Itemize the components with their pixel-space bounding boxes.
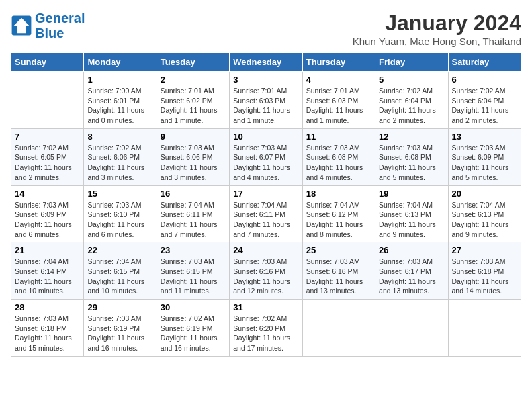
calendar-cell: 21Sunrise: 7:04 AM Sunset: 6:14 PM Dayli… — [11, 242, 84, 300]
calendar-cell — [375, 300, 448, 357]
calendar-cell: 27Sunrise: 7:03 AM Sunset: 6:18 PM Dayli… — [448, 242, 521, 300]
day-info: Sunrise: 7:01 AM Sunset: 6:02 PM Dayligh… — [161, 86, 226, 126]
calendar-cell: 16Sunrise: 7:04 AM Sunset: 6:11 PM Dayli… — [157, 185, 229, 242]
day-number: 27 — [452, 245, 517, 255]
day-number: 29 — [87, 302, 152, 312]
day-number: 17 — [233, 189, 298, 199]
col-header-thursday: Thursday — [302, 53, 375, 72]
day-info: Sunrise: 7:04 AM Sunset: 6:15 PM Dayligh… — [87, 257, 152, 296]
calendar-cell: 5Sunrise: 7:02 AM Sunset: 6:04 PM Daylig… — [375, 72, 448, 129]
calendar-cell: 1Sunrise: 7:00 AM Sunset: 6:01 PM Daylig… — [84, 72, 157, 129]
month-title: January 2024 — [353, 11, 521, 36]
day-number: 2 — [161, 75, 226, 85]
day-number: 24 — [233, 245, 298, 255]
calendar-cell: 12Sunrise: 7:03 AM Sunset: 6:08 PM Dayli… — [375, 128, 448, 185]
calendar-cell: 7Sunrise: 7:02 AM Sunset: 6:05 PM Daylig… — [11, 128, 84, 185]
day-info: Sunrise: 7:02 AM Sunset: 6:04 PM Dayligh… — [379, 86, 444, 126]
col-header-saturday: Saturday — [448, 53, 521, 72]
calendar-cell: 6Sunrise: 7:02 AM Sunset: 6:04 PM Daylig… — [448, 72, 521, 129]
day-number: 11 — [306, 132, 371, 142]
day-info: Sunrise: 7:04 AM Sunset: 6:13 PM Dayligh… — [452, 200, 517, 240]
day-info: Sunrise: 7:04 AM Sunset: 6:11 PM Dayligh… — [233, 200, 298, 240]
day-number: 7 — [15, 132, 80, 142]
logo-line1: General — [35, 11, 85, 26]
calendar-week-3: 14Sunrise: 7:03 AM Sunset: 6:09 PM Dayli… — [11, 185, 521, 242]
day-number: 23 — [161, 245, 226, 255]
day-info: Sunrise: 7:02 AM Sunset: 6:06 PM Dayligh… — [87, 143, 152, 183]
calendar-cell: 25Sunrise: 7:03 AM Sunset: 6:16 PM Dayli… — [302, 242, 375, 300]
location: Khun Yuam, Mae Hong Son, Thailand — [353, 36, 521, 47]
day-number: 12 — [379, 132, 444, 142]
calendar-cell: 23Sunrise: 7:03 AM Sunset: 6:15 PM Dayli… — [157, 242, 229, 300]
day-number: 28 — [15, 302, 80, 312]
calendar-week-4: 21Sunrise: 7:04 AM Sunset: 6:14 PM Dayli… — [11, 242, 521, 300]
day-info: Sunrise: 7:03 AM Sunset: 6:08 PM Dayligh… — [306, 143, 371, 183]
day-info: Sunrise: 7:03 AM Sunset: 6:18 PM Dayligh… — [452, 257, 517, 296]
day-number: 16 — [161, 189, 226, 199]
day-info: Sunrise: 7:02 AM Sunset: 6:20 PM Dayligh… — [233, 314, 298, 353]
calendar-cell: 9Sunrise: 7:03 AM Sunset: 6:06 PM Daylig… — [157, 128, 229, 185]
day-number: 30 — [161, 302, 226, 312]
calendar-cell: 11Sunrise: 7:03 AM Sunset: 6:08 PM Dayli… — [302, 128, 375, 185]
calendar-cell: 3Sunrise: 7:01 AM Sunset: 6:03 PM Daylig… — [230, 72, 302, 129]
logo-text: General Blue — [35, 11, 85, 40]
calendar-week-5: 28Sunrise: 7:03 AM Sunset: 6:18 PM Dayli… — [11, 300, 521, 357]
logo-line2: Blue — [35, 26, 64, 40]
col-header-sunday: Sunday — [11, 53, 84, 72]
col-header-wednesday: Wednesday — [230, 53, 302, 72]
day-info: Sunrise: 7:03 AM Sunset: 6:10 PM Dayligh… — [87, 200, 152, 240]
day-info: Sunrise: 7:04 AM Sunset: 6:12 PM Dayligh… — [306, 200, 371, 240]
day-number: 19 — [379, 189, 444, 199]
calendar-cell: 20Sunrise: 7:04 AM Sunset: 6:13 PM Dayli… — [448, 185, 521, 242]
calendar-cell: 2Sunrise: 7:01 AM Sunset: 6:02 PM Daylig… — [157, 72, 229, 129]
day-info: Sunrise: 7:01 AM Sunset: 6:03 PM Dayligh… — [233, 86, 298, 126]
day-number: 31 — [233, 302, 298, 312]
calendar-cell: 13Sunrise: 7:03 AM Sunset: 6:09 PM Dayli… — [448, 128, 521, 185]
day-number: 25 — [306, 245, 371, 255]
calendar-cell: 17Sunrise: 7:04 AM Sunset: 6:11 PM Dayli… — [230, 185, 302, 242]
day-number: 1 — [87, 75, 152, 85]
title-block: January 2024 Khun Yuam, Mae Hong Son, Th… — [353, 11, 521, 47]
day-number: 18 — [306, 189, 371, 199]
calendar-cell — [448, 300, 521, 357]
calendar-cell: 10Sunrise: 7:03 AM Sunset: 6:07 PM Dayli… — [230, 128, 302, 185]
day-info: Sunrise: 7:03 AM Sunset: 6:09 PM Dayligh… — [15, 200, 80, 240]
page-header: General Blue January 2024 Khun Yuam, Mae… — [11, 11, 521, 47]
calendar-cell: 8Sunrise: 7:02 AM Sunset: 6:06 PM Daylig… — [84, 128, 157, 185]
day-info: Sunrise: 7:04 AM Sunset: 6:11 PM Dayligh… — [161, 200, 226, 240]
day-info: Sunrise: 7:03 AM Sunset: 6:19 PM Dayligh… — [87, 314, 152, 353]
day-info: Sunrise: 7:02 AM Sunset: 6:04 PM Dayligh… — [452, 86, 517, 126]
day-info: Sunrise: 7:03 AM Sunset: 6:16 PM Dayligh… — [306, 257, 371, 296]
header-row: SundayMondayTuesdayWednesdayThursdayFrid… — [11, 53, 521, 72]
day-number: 26 — [379, 245, 444, 255]
calendar-cell: 26Sunrise: 7:03 AM Sunset: 6:17 PM Dayli… — [375, 242, 448, 300]
day-info: Sunrise: 7:03 AM Sunset: 6:06 PM Dayligh… — [161, 143, 226, 183]
day-number: 6 — [452, 75, 517, 85]
calendar-cell: 31Sunrise: 7:02 AM Sunset: 6:20 PM Dayli… — [230, 300, 302, 357]
calendar-cell — [302, 300, 375, 357]
logo: General Blue — [11, 11, 85, 40]
day-number: 22 — [87, 245, 152, 255]
calendar-cell: 24Sunrise: 7:03 AM Sunset: 6:16 PM Dayli… — [230, 242, 302, 300]
day-number: 20 — [452, 189, 517, 199]
day-number: 5 — [379, 75, 444, 85]
day-info: Sunrise: 7:00 AM Sunset: 6:01 PM Dayligh… — [87, 86, 152, 126]
calendar-week-1: 1Sunrise: 7:00 AM Sunset: 6:01 PM Daylig… — [11, 72, 521, 129]
col-header-friday: Friday — [375, 53, 448, 72]
calendar-cell: 15Sunrise: 7:03 AM Sunset: 6:10 PM Dayli… — [84, 185, 157, 242]
day-info: Sunrise: 7:02 AM Sunset: 6:05 PM Dayligh… — [15, 143, 80, 183]
calendar-cell: 30Sunrise: 7:02 AM Sunset: 6:19 PM Dayli… — [157, 300, 229, 357]
col-header-tuesday: Tuesday — [157, 53, 229, 72]
day-number: 10 — [233, 132, 298, 142]
day-info: Sunrise: 7:03 AM Sunset: 6:18 PM Dayligh… — [15, 314, 80, 353]
calendar-cell — [11, 72, 84, 129]
calendar-table: SundayMondayTuesdayWednesdayThursdayFrid… — [11, 52, 521, 357]
calendar-week-2: 7Sunrise: 7:02 AM Sunset: 6:05 PM Daylig… — [11, 128, 521, 185]
day-info: Sunrise: 7:02 AM Sunset: 6:19 PM Dayligh… — [161, 314, 226, 353]
calendar-cell: 14Sunrise: 7:03 AM Sunset: 6:09 PM Dayli… — [11, 185, 84, 242]
day-number: 9 — [161, 132, 226, 142]
day-info: Sunrise: 7:03 AM Sunset: 6:07 PM Dayligh… — [233, 143, 298, 183]
day-number: 8 — [87, 132, 152, 142]
col-header-monday: Monday — [84, 53, 157, 72]
day-number: 13 — [452, 132, 517, 142]
